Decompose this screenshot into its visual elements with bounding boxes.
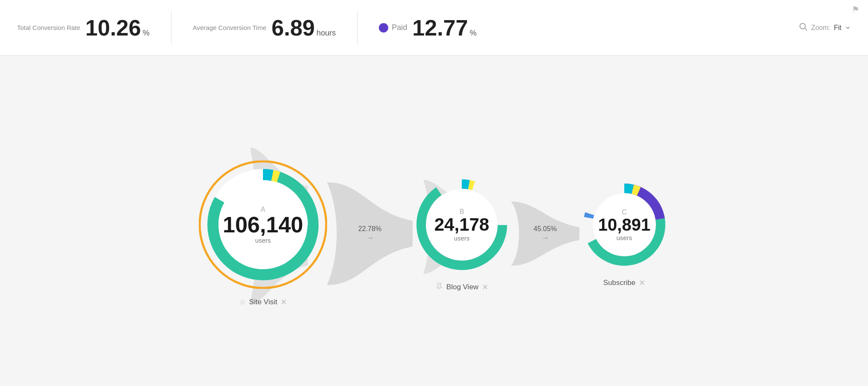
divider-2 [357,11,357,45]
total-conversion-value: 10.26 [86,17,141,39]
chevron-down-icon[interactable] [845,25,851,31]
node-b-label: Blog View ✕ [435,282,488,292]
header-stats: Total Conversion Rate 10.26 % Average Co… [0,0,868,56]
flag-icon: ⚑ [852,4,859,15]
main-canvas: A 106,140 users ☆ Site Visit ✕ 22.78% → [0,56,868,386]
node-c: C 10,891 users Subscribe ✕ [579,180,669,288]
donut-a [199,160,327,289]
node-a-label: ☆ Site Visit ✕ [239,297,287,307]
connector-bc-arrow: → [541,234,549,243]
total-conversion-block: Total Conversion Rate 10.26 % [17,17,167,39]
donut-c [579,180,669,270]
total-conversion-unit: % [143,29,150,38]
svg-point-8 [218,180,307,269]
zoom-value[interactable]: Fit [834,24,841,32]
node-a: A 106,140 users ☆ Site Visit ✕ [199,160,327,307]
paid-value: 12.77 [412,17,468,39]
close-icon-c[interactable]: ✕ [639,278,645,288]
total-conversion-label: Total Conversion Rate [17,23,80,32]
close-icon-b[interactable]: ✕ [482,282,488,292]
paid-label: Paid [392,23,407,32]
node-c-label: Subscribe ✕ [603,278,646,288]
node-c-step-label: Subscribe [603,279,636,287]
connector-ab: 22.78% → [358,225,381,243]
connector-bc: 45.05% → [534,225,557,243]
connector-bc-label: 45.05% [534,225,557,233]
node-a-step-label: Site Visit [249,298,278,306]
divider-1 [171,11,171,45]
node-b-step-label: Blog View [446,283,478,291]
donut-b [413,175,511,274]
star-icon: ☆ [239,297,246,307]
close-icon-a[interactable]: ✕ [280,297,287,307]
avg-conversion-unit: hours [316,29,336,38]
svg-point-20 [593,193,655,256]
paid-block: Paid 12.77 % [362,17,493,39]
svg-line-1 [805,28,807,30]
avg-conversion-value: 6.89 [272,17,315,39]
connector-ab-label: 22.78% [358,225,381,233]
svg-point-13 [426,189,497,260]
node-b: B 24,178 users Blog View ✕ [413,175,511,292]
avg-conversion-block: Average Conversion Time 6.89 hours [176,17,353,39]
avg-conversion-label: Average Conversion Time [193,23,266,32]
pin-icon [435,282,443,292]
search-icon [798,22,808,33]
zoom-controls[interactable]: Zoom: Fit [798,22,851,33]
connector-ab-arrow: → [366,234,374,243]
svg-point-0 [800,24,806,29]
paid-unit: % [469,29,476,38]
paid-dot [379,23,388,33]
zoom-label: Zoom: [811,24,830,32]
